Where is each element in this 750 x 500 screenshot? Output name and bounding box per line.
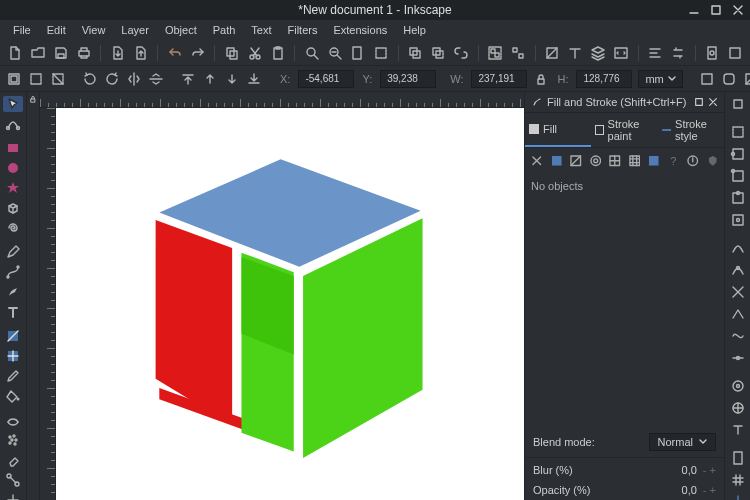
prefs-icon[interactable] <box>670 44 687 62</box>
opacity-value[interactable]: 0,0 <box>682 484 697 496</box>
panel-close-icon[interactable] <box>708 97 718 107</box>
lpe-tool-icon[interactable] <box>3 492 23 500</box>
lower-icon[interactable] <box>224 70 240 88</box>
snap-bbox-corner-icon[interactable] <box>729 168 747 184</box>
ungroup-icon[interactable] <box>510 44 527 62</box>
snap-center-icon[interactable] <box>729 378 747 394</box>
circle-tool-icon[interactable] <box>3 160 23 176</box>
menu-object[interactable]: Object <box>158 22 204 38</box>
snap-bbox-midpoint-icon[interactable] <box>729 190 747 206</box>
lower-bottom-icon[interactable] <box>246 70 262 88</box>
zoom-page-icon[interactable] <box>349 44 366 62</box>
menu-help[interactable]: Help <box>396 22 433 38</box>
redo-icon[interactable] <box>189 44 206 62</box>
menu-edit[interactable]: Edit <box>40 22 73 38</box>
scale-stroke-icon[interactable] <box>699 70 715 88</box>
no-paint-icon[interactable] <box>531 154 543 168</box>
gradient-tool-icon[interactable] <box>3 328 23 344</box>
3dbox-tool-icon[interactable] <box>3 200 23 216</box>
tab-stroke-paint[interactable]: Stroke paint <box>591 113 657 147</box>
rotate-cw-icon[interactable] <box>104 70 120 88</box>
group-icon[interactable] <box>487 44 504 62</box>
panel-menu-icon[interactable] <box>694 97 704 107</box>
maximize-icon[interactable] <box>710 4 722 16</box>
xml-editor-icon[interactable] <box>613 44 630 62</box>
cut-icon[interactable] <box>246 44 263 62</box>
flat-paint-icon[interactable] <box>551 154 563 168</box>
snap-smooth-icon[interactable] <box>729 328 747 344</box>
fill-stroke-icon[interactable] <box>544 44 561 62</box>
snap-midpoint-icon[interactable] <box>729 350 747 366</box>
save-icon[interactable] <box>52 44 69 62</box>
move-gradient-icon[interactable] <box>743 70 750 88</box>
copy-icon[interactable] <box>223 44 240 62</box>
snap-text-icon[interactable] <box>729 422 747 438</box>
connector-tool-icon[interactable] <box>3 472 23 488</box>
selectors-icon[interactable] <box>727 44 744 62</box>
x-input[interactable]: -54,681 <box>298 70 354 88</box>
lock-ratio-icon[interactable] <box>533 70 549 88</box>
rect-tool-icon[interactable] <box>3 140 23 156</box>
snap-intersection-icon[interactable] <box>729 284 747 300</box>
open-icon[interactable] <box>29 44 46 62</box>
pattern-icon[interactable] <box>629 154 641 168</box>
bucket-tool-icon[interactable] <box>3 388 23 404</box>
menu-path[interactable]: Path <box>206 22 243 38</box>
tab-fill[interactable]: Fill <box>525 113 591 147</box>
menu-view[interactable]: View <box>75 22 113 38</box>
shield-icon[interactable] <box>707 154 719 168</box>
w-input[interactable]: 237,191 <box>471 70 527 88</box>
bezier-tool-icon[interactable] <box>3 264 23 280</box>
ruler-horizontal[interactable] <box>40 92 524 108</box>
unset-paint-icon[interactable] <box>687 154 699 168</box>
undo-icon[interactable] <box>166 44 183 62</box>
lock-guides-icon[interactable] <box>28 94 38 104</box>
raise-icon[interactable] <box>202 70 218 88</box>
mesh-grad-icon[interactable] <box>609 154 621 168</box>
snap-path-icon[interactable] <box>729 262 747 278</box>
zoom-selection-icon[interactable] <box>372 44 389 62</box>
raise-top-icon[interactable] <box>180 70 196 88</box>
snap-enable-icon[interactable] <box>729 96 747 112</box>
menu-text[interactable]: Text <box>244 22 278 38</box>
unit-select[interactable]: mm <box>638 70 682 88</box>
unknown-paint-icon[interactable]: ? <box>668 154 680 168</box>
star-tool-icon[interactable] <box>3 180 23 196</box>
text-tool-icon[interactable] <box>3 304 23 320</box>
spray-tool-icon[interactable] <box>3 432 23 448</box>
snap-bbox-icon[interactable] <box>729 124 747 140</box>
selector-tool-icon[interactable] <box>3 96 23 112</box>
import-icon[interactable] <box>109 44 126 62</box>
menu-filters[interactable]: Filters <box>281 22 325 38</box>
linear-grad-icon[interactable] <box>570 154 582 168</box>
blend-select[interactable]: Normal <box>649 433 716 451</box>
snap-bbox-edge-icon[interactable] <box>729 146 747 162</box>
tweak-tool-icon[interactable] <box>3 412 23 428</box>
deselect-icon[interactable] <box>50 70 66 88</box>
dropper-tool-icon[interactable] <box>3 368 23 384</box>
new-doc-icon[interactable] <box>6 44 23 62</box>
paste-icon[interactable] <box>269 44 286 62</box>
y-input[interactable]: 39,238 <box>380 70 436 88</box>
snap-cusp-icon[interactable] <box>729 306 747 322</box>
menu-extensions[interactable]: Extensions <box>326 22 394 38</box>
print-icon[interactable] <box>75 44 92 62</box>
layers-dialog-icon[interactable] <box>590 44 607 62</box>
menu-file[interactable]: File <box>6 22 38 38</box>
spiral-tool-icon[interactable] <box>3 220 23 236</box>
close-icon[interactable] <box>732 4 744 16</box>
duplicate-icon[interactable] <box>406 44 423 62</box>
flip-h-icon[interactable] <box>126 70 142 88</box>
snap-page-icon[interactable] <box>729 450 747 466</box>
snap-rotation-icon[interactable] <box>729 400 747 416</box>
zoom-fit-icon[interactable] <box>303 44 320 62</box>
eraser-tool-icon[interactable] <box>3 452 23 468</box>
mesh-tool-icon[interactable] <box>3 348 23 364</box>
canvas[interactable] <box>56 108 524 500</box>
zoom-drawing-icon[interactable] <box>326 44 343 62</box>
ruler-vertical[interactable] <box>40 108 56 500</box>
snap-bbox-center-icon[interactable] <box>729 212 747 228</box>
select-all-icon[interactable] <box>28 70 44 88</box>
tab-stroke-style[interactable]: Stroke style <box>658 113 724 147</box>
rotate-ccw-icon[interactable] <box>82 70 98 88</box>
